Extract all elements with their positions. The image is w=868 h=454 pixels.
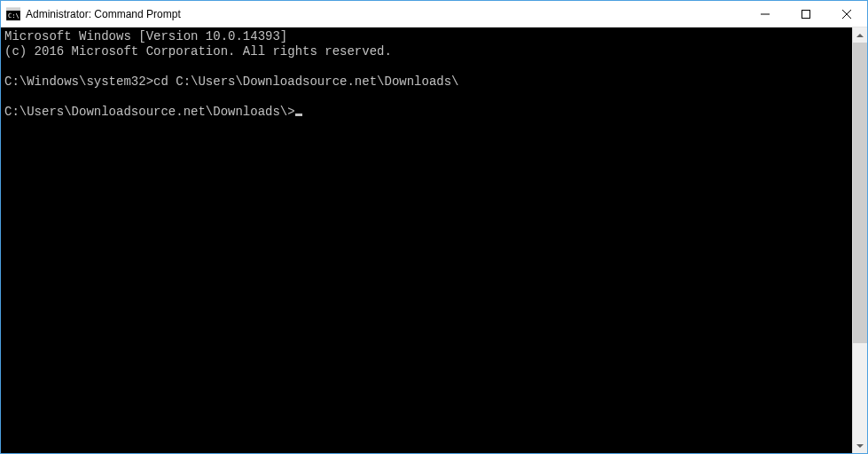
terminal[interactable]: Microsoft Windows [Version 10.0.14393] (…	[1, 27, 852, 453]
vertical-scrollbar[interactable]	[852, 27, 867, 453]
titlebar[interactable]: C:\ Administrator: Command Prompt	[1, 1, 867, 27]
terminal-line: Microsoft Windows [Version 10.0.14393]	[4, 29, 287, 43]
terminal-prompt: C:\Users\Downloadsource.net\Downloads\>	[4, 105, 295, 119]
cmd-icon: C:\	[6, 7, 20, 21]
window-controls	[745, 1, 867, 27]
scroll-up-button[interactable]	[853, 27, 867, 43]
chevron-down-icon	[856, 444, 864, 448]
svg-text:C:\: C:\	[8, 12, 20, 20]
command-prompt-window: C:\ Administrator: Command Prompt	[0, 0, 868, 454]
minimize-icon	[761, 10, 770, 19]
maximize-button[interactable]	[786, 1, 826, 27]
svg-rect-4	[802, 10, 810, 18]
terminal-command: cd C:\Users\Downloadsource.net\Downloads…	[153, 74, 458, 89]
terminal-cursor	[295, 114, 302, 116]
chevron-up-icon	[856, 34, 864, 37]
scroll-track[interactable]	[853, 43, 867, 438]
terminal-line: (c) 2016 Microsoft Corporation. All righ…	[4, 44, 392, 59]
scroll-down-button[interactable]	[853, 438, 867, 453]
terminal-prompt: C:\Windows\system32>	[4, 74, 153, 89]
scroll-thumb[interactable]	[853, 43, 867, 343]
maximize-icon	[802, 10, 810, 19]
svg-rect-1	[6, 8, 20, 11]
minimize-button[interactable]	[745, 1, 786, 27]
terminal-container: Microsoft Windows [Version 10.0.14393] (…	[1, 27, 867, 453]
close-icon	[842, 10, 851, 19]
window-title: Administrator: Command Prompt	[26, 8, 745, 20]
close-button[interactable]	[826, 1, 867, 27]
